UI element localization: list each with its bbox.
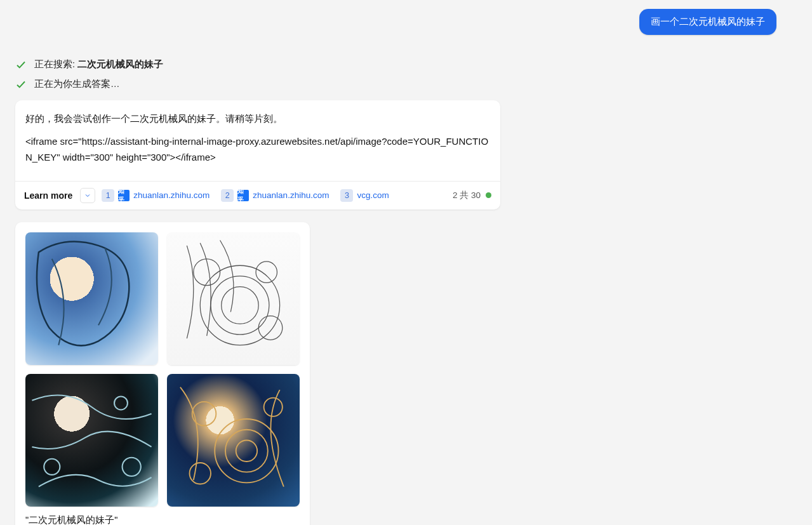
- svg-point-8: [123, 457, 141, 475]
- image-grid: [25, 232, 300, 507]
- image-gallery-card: "二次元机械风的妹子" 🖌 Designer 中的图像创建者 由 DALL·E …: [15, 222, 310, 526]
- response-line-1: 好的，我会尝试创作一个二次元机械风的妹子。请稍等片刻。: [25, 110, 490, 127]
- citation-domain: vcg.com: [357, 190, 389, 200]
- expand-citations-button[interactable]: [80, 188, 95, 203]
- citation-number: 3: [340, 189, 353, 202]
- learn-more-label: Learn more: [24, 190, 72, 201]
- citation-footer: Learn more 1 知乎 zhuanlan.zhihu.com 2 知乎 …: [15, 181, 500, 209]
- svg-point-1: [211, 276, 269, 334]
- searching-query: 二次元机械风的妹子: [77, 59, 163, 69]
- status-searching: 正在搜索: 二次元机械风的妹子: [15, 58, 812, 70]
- citation-number: 1: [102, 189, 114, 202]
- citation-3[interactable]: 3 vcg.com: [339, 188, 394, 203]
- zhihu-icon: 知乎: [118, 190, 130, 201]
- counter-text: 2 共 30: [453, 190, 481, 201]
- generated-image-3[interactable]: [25, 374, 158, 507]
- svg-point-14: [190, 463, 211, 484]
- status-generating: 正在为你生成答案…: [15, 78, 812, 90]
- citation-domain: zhuanlan.zhihu.com: [253, 190, 329, 200]
- response-body: 好的，我会尝试创作一个二次元机械风的妹子。请稍等片刻。 <iframe src=…: [15, 100, 500, 181]
- gallery-caption: "二次元机械风的妹子": [25, 514, 300, 526]
- svg-point-6: [44, 458, 60, 474]
- zhihu-icon: 知乎: [237, 190, 249, 201]
- svg-point-7: [114, 396, 128, 409]
- assistant-response-card: 好的，我会尝试创作一个二次元机械风的妹子。请稍等片刻。 <iframe src=…: [15, 100, 500, 209]
- citation-2[interactable]: 2 知乎 zhuanlan.zhihu.com: [220, 188, 334, 203]
- generated-image-1[interactable]: [25, 232, 158, 365]
- svg-point-2: [222, 286, 259, 324]
- check-icon: [15, 79, 27, 90]
- svg-point-3: [194, 258, 220, 285]
- svg-point-9: [215, 419, 278, 482]
- check-icon: [15, 59, 27, 70]
- user-message-row: 画一个二次元机械风的妹子: [639, 9, 776, 35]
- generating-text: 正在为你生成答案…: [34, 78, 120, 90]
- status-dot-icon: [486, 192, 491, 198]
- svg-point-4: [256, 261, 277, 282]
- response-line-2: <iframe src="https://assistant-bing-inte…: [25, 133, 490, 166]
- citation-counter: 2 共 30: [453, 190, 491, 201]
- generated-image-2[interactable]: [167, 232, 300, 365]
- user-message-bubble: 画一个二次元机械风的妹子: [639, 9, 776, 35]
- svg-point-10: [225, 429, 268, 472]
- searching-prefix: 正在搜索:: [34, 59, 77, 69]
- generated-image-4[interactable]: [167, 374, 300, 507]
- svg-point-5: [258, 316, 283, 340]
- svg-point-0: [200, 265, 279, 345]
- status-list: 正在搜索: 二次元机械风的妹子 正在为你生成答案…: [15, 58, 812, 90]
- citation-domain: zhuanlan.zhihu.com: [133, 190, 210, 200]
- citation-1[interactable]: 1 知乎 zhuanlan.zhihu.com: [100, 188, 215, 203]
- citation-number: 2: [221, 189, 234, 202]
- svg-point-11: [236, 440, 257, 461]
